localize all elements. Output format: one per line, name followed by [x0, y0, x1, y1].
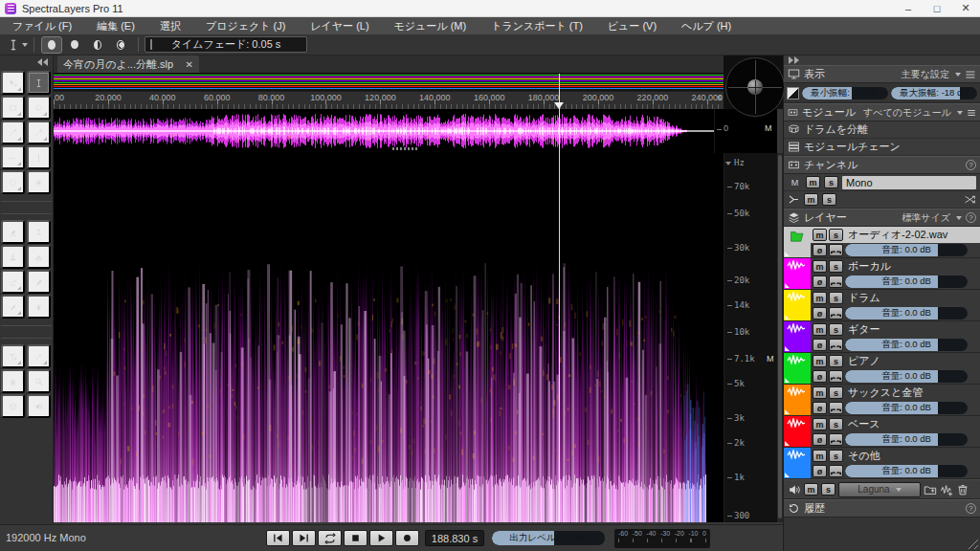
layers-size-caret-icon[interactable]: [956, 216, 962, 220]
clone-stamp-tool[interactable]: [27, 245, 51, 269]
max-amplitude-slider[interactable]: 最大振幅: -18 dB: [891, 87, 977, 99]
transfer-tool[interactable]: [1, 270, 25, 294]
magic-wand-tool[interactable]: [27, 121, 51, 144]
layer-phase-button[interactable]: ø: [813, 339, 827, 351]
layer-phase-button[interactable]: ø: [813, 276, 827, 288]
layer-mute-button[interactable]: m: [813, 418, 827, 430]
layer-name[interactable]: ボーカル: [845, 259, 977, 274]
channel-name[interactable]: Mono: [842, 176, 976, 189]
selection-mode-replace-button[interactable]: [41, 36, 62, 54]
module-unmix-drums[interactable]: ドラムを分離: [784, 121, 980, 139]
spectrogram-canvas[interactable]: [54, 153, 724, 522]
cube-3d-tool[interactable]: [1, 394, 25, 418]
display-preset[interactable]: 主要な設定: [902, 68, 949, 81]
record-button[interactable]: [395, 530, 419, 546]
layer-solo-button[interactable]: s: [829, 229, 843, 241]
layer-title-row[interactable]: msドラム: [811, 290, 980, 306]
time-selection-icon[interactable]: [7, 38, 20, 52]
loop-button[interactable]: [318, 530, 342, 546]
mix-mute-button[interactable]: m: [804, 193, 818, 206]
blend-mode-dropdown[interactable]: Laguna: [838, 482, 921, 497]
layer-phase-button[interactable]: ø: [813, 370, 827, 383]
layer-monitor-button[interactable]: [829, 465, 843, 477]
mix-solo-button[interactable]: s: [822, 193, 836, 206]
layer-item[interactable]: msピアノø音量: 0.0 dB: [784, 353, 980, 385]
layer-volume-slider[interactable]: 音量: 0.0 dB: [845, 307, 968, 320]
layer-mute-button[interactable]: m: [813, 229, 827, 241]
go-to-start-button[interactable]: [266, 530, 290, 546]
contrast-icon[interactable]: [787, 87, 799, 99]
layer-monitor-button[interactable]: [829, 307, 843, 320]
waveform-overview-canvas[interactable]: [54, 109, 714, 153]
selection-mode-union-button[interactable]: [64, 36, 85, 54]
layer-color-chip[interactable]: [784, 353, 811, 384]
channels-help-icon[interactable]: ?: [966, 160, 976, 170]
layer-phase-button[interactable]: ø: [813, 465, 827, 477]
layer-phase-button[interactable]: ø: [813, 244, 827, 256]
layer-title-row[interactable]: msピアノ: [811, 353, 980, 369]
navigation-sphere-knob[interactable]: [747, 79, 763, 95]
selection-mode-subtract-button[interactable]: [87, 36, 108, 54]
time-fade-field[interactable]: タイムフェード: 0.05 s: [145, 36, 307, 53]
amplify-tool[interactable]: [27, 220, 51, 244]
display-section-header[interactable]: 表示 主要な設定: [784, 65, 980, 83]
minimize-button[interactable]: –: [894, 0, 923, 17]
menu-item[interactable]: ヘルプ (H): [669, 17, 744, 34]
layer-mute-button[interactable]: m: [813, 292, 827, 304]
selection-mode-intersect-button[interactable]: [110, 36, 131, 54]
layer-speaker-icon[interactable]: [788, 483, 801, 496]
layer-volume-slider[interactable]: 音量: 0.0 dB: [845, 465, 968, 477]
channel-mute-button[interactable]: m: [806, 176, 820, 188]
channel-solo-button[interactable]: s: [824, 176, 838, 188]
history-help-icon[interactable]: ?: [966, 503, 976, 514]
layer-mute-button[interactable]: m: [813, 450, 827, 462]
text-tool[interactable]: [1, 344, 25, 368]
layer-color-chip[interactable]: [784, 290, 811, 320]
layer-item[interactable]: msその他ø音量: 0.0 dB: [784, 448, 980, 479]
frequency-axis[interactable]: Hz70k50k30k20k14k10k7.1k5k3k2k1k300M: [724, 153, 777, 522]
layer-monitor-button[interactable]: [829, 402, 843, 414]
layer-mute-button[interactable]: m: [813, 323, 827, 336]
layer-name[interactable]: ドラム: [845, 291, 977, 305]
menu-item[interactable]: プロジェクト (J): [193, 17, 298, 34]
display-menu-icon[interactable]: [965, 69, 976, 80]
modules-preset[interactable]: すべてのモジュール: [863, 106, 951, 120]
transform-tool[interactable]: [1, 71, 25, 95]
layers-solo-button[interactable]: s: [821, 483, 835, 496]
time-display[interactable]: 188.830 s: [425, 530, 484, 546]
menu-item[interactable]: ビュー (V): [595, 17, 669, 34]
menu-item[interactable]: レイヤー (L): [298, 17, 381, 34]
zoom-tool[interactable]: [27, 369, 51, 393]
lasso-selection-tool[interactable]: [27, 96, 51, 120]
layer-color-chip[interactable]: [784, 227, 811, 257]
module-chain[interactable]: モジュールチェーン: [784, 139, 980, 156]
crossover-icon[interactable]: [964, 193, 976, 206]
go-to-end-button[interactable]: [292, 530, 316, 546]
layers-mute-button[interactable]: m: [804, 483, 818, 496]
layer-color-chip[interactable]: [784, 385, 811, 415]
picker-tool[interactable]: [27, 344, 51, 368]
collapse-panel-icon[interactable]: [788, 56, 799, 64]
layer-mute-button[interactable]: m: [813, 355, 827, 367]
layer-volume-slider[interactable]: 音量: 0.0 dB: [845, 370, 968, 383]
layer-solo-button[interactable]: s: [829, 418, 843, 430]
layer-item[interactable]: msサックスと金管ø音量: 0.0 dB: [784, 385, 980, 416]
layer-title-row[interactable]: msその他: [811, 448, 980, 464]
layer-solo-button[interactable]: s: [829, 323, 843, 336]
menu-item[interactable]: トランスポート (T): [479, 17, 595, 34]
layer-mute-button[interactable]: m: [813, 386, 827, 399]
history-section-header[interactable]: 履歴 ?: [784, 499, 980, 518]
collapse-toolbox-icon[interactable]: [37, 58, 49, 66]
layer-color-chip[interactable]: [784, 321, 811, 352]
maximize-button[interactable]: □: [923, 0, 951, 17]
new-layer-button[interactable]: [940, 483, 953, 496]
layer-item[interactable]: msドラムø音量: 0.0 dB: [784, 290, 980, 321]
layers-section-header[interactable]: レイヤー 標準サイズ ?: [784, 209, 980, 227]
brush-selection-tool[interactable]: [1, 121, 25, 144]
attenuate-tool[interactable]: [1, 245, 25, 269]
layer-volume-slider[interactable]: 音量: 0.0 dB: [845, 276, 968, 288]
harmonic-selection-tool[interactable]: [1, 145, 25, 169]
min-amplitude-slider[interactable]: 最小振幅: -90 dB: [802, 87, 888, 99]
dotted-area-tool[interactable]: [1, 170, 25, 194]
layer-monitor-button[interactable]: [829, 339, 843, 351]
